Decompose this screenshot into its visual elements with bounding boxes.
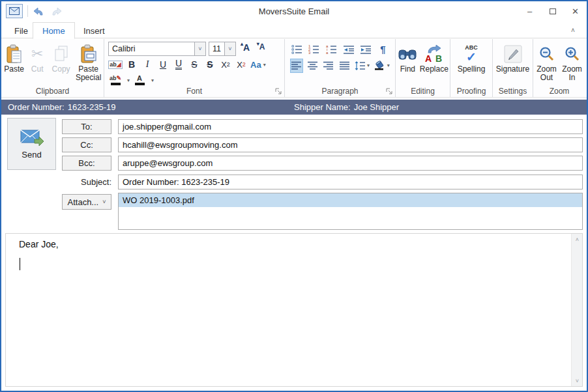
editing-group-label: Editing bbox=[396, 87, 450, 96]
order-number-label: Order Number: bbox=[8, 102, 65, 112]
line-spacing-button[interactable]: ▾ bbox=[355, 59, 370, 73]
line-spacing-icon bbox=[355, 61, 365, 70]
attachment-list[interactable]: WO 2019-1003.pdf bbox=[118, 193, 583, 230]
increase-indent-button[interactable] bbox=[359, 42, 372, 57]
align-right-button[interactable] bbox=[322, 59, 335, 73]
font-family-combobox[interactable]: Calibri ˅ bbox=[108, 42, 206, 56]
ribbon-tab-bar: File Home Insert ˄ bbox=[1, 21, 587, 38]
clipboard-group-label: Clipboard bbox=[1, 87, 104, 96]
align-center-button[interactable] bbox=[306, 59, 319, 73]
paste-button[interactable]: Paste bbox=[3, 42, 25, 83]
shipper-name-value: Joe Shipper bbox=[354, 102, 399, 112]
to-button[interactable]: To: bbox=[62, 119, 111, 134]
maximize-icon bbox=[550, 8, 556, 14]
italic-button[interactable]: I bbox=[141, 58, 154, 72]
scroll-down-button[interactable]: ˅ bbox=[572, 375, 583, 386]
align-center-icon bbox=[308, 61, 318, 70]
font-group-label: Font bbox=[104, 87, 284, 96]
chevron-down-icon[interactable]: ▾ bbox=[151, 77, 154, 83]
zoom-in-button[interactable]: Zoom In bbox=[560, 42, 584, 83]
replace-icon: AB bbox=[423, 43, 445, 65]
replace-button[interactable]: AB Replace bbox=[420, 42, 448, 83]
zoom-group-label: Zoom bbox=[533, 87, 585, 96]
paragraph-dialog-launcher[interactable] bbox=[386, 88, 393, 95]
bcc-field[interactable]: aruppe@ewsgroup.com bbox=[118, 156, 583, 171]
numbered-list-button[interactable]: 123 bbox=[307, 42, 321, 57]
cc-field[interactable]: hcahill@ewsgroupmoving.com bbox=[118, 137, 583, 152]
font-size-value: 11 bbox=[209, 44, 224, 53]
maximize-button[interactable] bbox=[541, 1, 564, 21]
close-icon: ✕ bbox=[572, 7, 579, 16]
ribbon: Paste ✂ Cut Copy Paste Special bbox=[1, 39, 587, 98]
tab-insert[interactable]: Insert bbox=[74, 23, 114, 39]
font-color-button[interactable]: A bbox=[132, 74, 147, 87]
to-field[interactable]: joe.shipper@gmail.com bbox=[118, 119, 583, 134]
attachment-item[interactable]: WO 2019-1003.pdf bbox=[119, 193, 582, 207]
align-left-button[interactable] bbox=[290, 59, 303, 73]
justify-button[interactable] bbox=[338, 59, 351, 73]
chevron-down-icon: ▾ bbox=[387, 63, 390, 68]
minimize-icon: – bbox=[527, 7, 532, 16]
cc-button[interactable]: Cc: bbox=[62, 137, 111, 152]
signature-button[interactable]: Signature bbox=[494, 42, 531, 83]
svg-text:B: B bbox=[435, 53, 442, 63]
font-color-icon: A bbox=[137, 75, 142, 82]
send-button[interactable]: Send bbox=[7, 118, 56, 170]
order-info-bar: Order Number:1623-235-19 Shipper Name:Jo… bbox=[1, 100, 587, 115]
chevron-down-icon[interactable]: ▾ bbox=[127, 77, 130, 83]
spell-check-icon: ABC ✓ bbox=[465, 43, 478, 65]
numbered-list-icon: 123 bbox=[308, 44, 319, 54]
chevron-down-icon[interactable]: ˅ bbox=[224, 42, 235, 55]
chevron-down-icon: ˅ bbox=[102, 199, 106, 205]
font-size-combobox[interactable]: 11 ˅ bbox=[209, 42, 236, 56]
font-dialog-launcher[interactable] bbox=[275, 88, 282, 95]
find-button[interactable]: Find bbox=[397, 42, 419, 83]
bold-button[interactable]: B bbox=[125, 58, 138, 72]
signature-pen-icon bbox=[504, 43, 522, 65]
double-underline-button[interactable]: U bbox=[172, 58, 185, 72]
increase-indent-icon bbox=[360, 45, 372, 54]
decrease-indent-button[interactable] bbox=[342, 42, 355, 57]
underline-button[interactable]: U bbox=[156, 58, 169, 72]
tab-home[interactable]: Home bbox=[33, 22, 75, 39]
ribbon-group-font: Calibri ˅ 11 ˅ ▴A ▾A ab◢ B I U bbox=[104, 39, 285, 97]
attach-button[interactable]: Attach... ˅ bbox=[62, 194, 111, 210]
multilevel-list-button[interactable]: aia bbox=[325, 42, 338, 57]
minimize-button[interactable]: – bbox=[518, 1, 541, 21]
change-case-button[interactable]: Aa▾ bbox=[250, 58, 266, 72]
paint-bucket-icon bbox=[374, 61, 385, 70]
double-strikethrough-button[interactable]: S bbox=[203, 58, 216, 72]
ribbon-group-proofing: ABC ✓ Spelling Proofing bbox=[450, 39, 493, 97]
spelling-button[interactable]: ABC ✓ Spelling bbox=[453, 42, 490, 83]
shading-button[interactable]: ▾ bbox=[373, 59, 390, 73]
text-highlight-color-button[interactable]: ab✎ bbox=[108, 74, 123, 87]
clear-formatting-button[interactable]: ab◢ bbox=[108, 58, 123, 72]
scroll-up-button[interactable]: ˄ bbox=[572, 234, 583, 245]
send-envelope-icon bbox=[20, 129, 44, 147]
ribbon-group-clipboard: Paste ✂ Cut Copy Paste Special bbox=[1, 39, 104, 97]
subscript-button[interactable]: X2 bbox=[235, 58, 248, 72]
close-button[interactable]: ✕ bbox=[564, 1, 587, 21]
text-cursor bbox=[20, 258, 20, 270]
bullet-list-button[interactable] bbox=[290, 42, 304, 57]
zoom-out-button[interactable]: Zoom Out bbox=[535, 42, 559, 83]
ribbon-group-zoom: Zoom Out Zoom In Zoom bbox=[533, 39, 585, 97]
superscript-button[interactable]: X2 bbox=[219, 58, 232, 72]
subject-field[interactable]: Order Number: 1623-235-19 bbox=[118, 175, 583, 189]
grow-font-button[interactable]: ▴A bbox=[239, 42, 252, 56]
bcc-button[interactable]: Bcc: bbox=[62, 156, 111, 171]
justify-icon bbox=[340, 61, 350, 70]
show-formatting-button[interactable]: ¶ bbox=[376, 42, 390, 57]
strikethrough-button[interactable]: S bbox=[188, 58, 201, 72]
chevron-down-icon[interactable]: ˅ bbox=[194, 42, 205, 55]
paste-special-icon bbox=[80, 43, 97, 65]
shrink-font-button[interactable]: ▾A bbox=[254, 42, 267, 56]
order-number-value: 1623-235-19 bbox=[68, 102, 116, 112]
paste-special-button[interactable]: Paste Special bbox=[74, 42, 102, 83]
body-scrollbar[interactable]: ˄ ˅ bbox=[571, 234, 582, 386]
collapse-ribbon-button[interactable]: ˄ bbox=[567, 25, 579, 35]
pilcrow-icon: ¶ bbox=[380, 44, 385, 55]
svg-text:A: A bbox=[425, 53, 432, 63]
svg-text:3: 3 bbox=[308, 51, 311, 54]
message-body[interactable]: Dear Joe, ˄ ˅ bbox=[5, 233, 583, 387]
